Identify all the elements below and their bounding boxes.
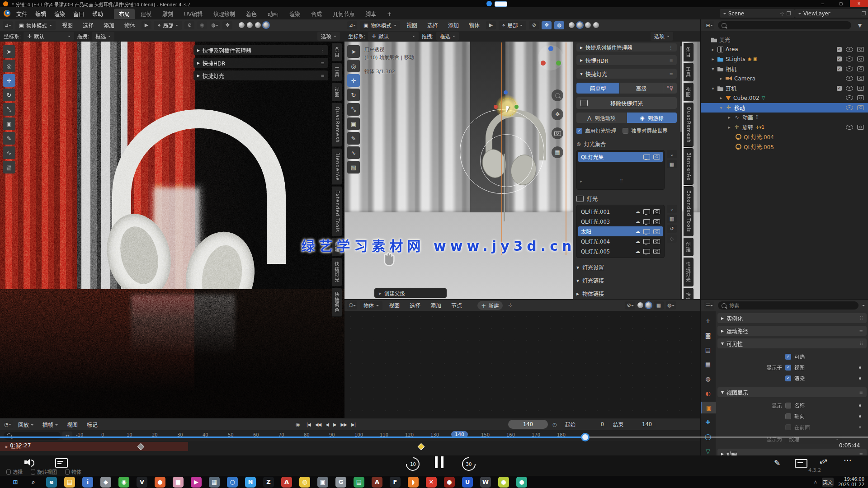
shading-solid-icon[interactable] <box>247 22 253 28</box>
pause-button[interactable] <box>435 456 445 468</box>
taskbar-app-icon[interactable]: ▦ <box>209 477 220 488</box>
workspace-tab[interactable]: 渲染 <box>284 9 305 19</box>
hide-viewport-icon[interactable] <box>846 76 853 81</box>
new-material-button[interactable]: ＋ 新建 <box>477 301 503 310</box>
render-toggle-icon[interactable] <box>653 155 660 160</box>
sidebar-tab[interactable]: 快捷灯光 <box>332 258 342 286</box>
light-data-icon[interactable]: ☁ <box>635 239 640 244</box>
hide-render-icon[interactable] <box>857 105 864 110</box>
menu-object[interactable]: 物体 <box>121 20 139 30</box>
object-name[interactable]: QL灯光.005 <box>744 143 774 150</box>
nav-x-axis[interactable] <box>541 61 546 66</box>
panel-quick-light[interactable]: ▾快捷灯光 ≡ <box>576 69 677 79</box>
taskbar-app-icon[interactable]: ● <box>444 477 455 488</box>
menu-view[interactable]: 视图 <box>385 300 403 310</box>
tab-advanced[interactable]: 高级 <box>620 83 663 94</box>
hide-viewport-icon[interactable] <box>846 125 853 130</box>
viewport-toggle-icon[interactable] <box>643 229 650 234</box>
menu-object[interactable]: 物体 <box>465 20 483 30</box>
pan-hand-button[interactable]: ✥ <box>552 108 563 120</box>
editor-type-icon[interactable]: ◔ <box>3 420 13 428</box>
danmaku-icon[interactable] <box>55 458 68 468</box>
render-toggle-icon[interactable] <box>653 219 660 224</box>
scene-selector[interactable]: Scene ⊹ ❐ <box>720 9 795 18</box>
properties-tab[interactable]: ✛ <box>701 315 715 327</box>
hide-viewport-icon[interactable] <box>846 47 853 52</box>
panel-quick-hdr[interactable]: ▸ 快捷HDR ≡ <box>193 58 328 68</box>
options-dropdown[interactable]: 选项 <box>317 32 340 41</box>
workspace-tab[interactable]: + <box>382 9 396 19</box>
show-renders-checkbox[interactable]: ✓ <box>785 375 791 381</box>
tool-button[interactable]: ✎ <box>347 132 360 145</box>
expand-icon[interactable]: ▾ <box>711 66 715 71</box>
more-icon[interactable]: ⋯ <box>844 455 851 465</box>
frame-end-field[interactable]: 结束140 <box>609 420 656 429</box>
interaction-icon[interactable]: ▶ <box>142 21 151 29</box>
node-canvas[interactable] <box>344 311 700 418</box>
proportional-icon[interactable]: ◉ <box>197 21 207 29</box>
current-frame-field[interactable]: 140 <box>508 420 548 429</box>
sidebar-tab[interactable]: 创建 <box>684 238 693 256</box>
sidebar-tab[interactable]: 条目 <box>684 43 693 61</box>
panel-motion-paths[interactable]: ▸运动路径≡ <box>717 326 867 336</box>
hide-viewport-icon[interactable] <box>846 86 853 91</box>
sidebar-tab[interactable]: BlenderAe <box>332 148 342 185</box>
panel-plugin-manager[interactable]: ▸快捷系列插件管理器 ⋮ <box>576 43 677 52</box>
menu-view[interactable]: 视图 <box>58 20 76 30</box>
menu-view[interactable]: 视图 <box>63 420 81 429</box>
taskbar-app-icon[interactable]: ▣ <box>317 477 328 488</box>
refresh-icon[interactable]: ↺ <box>667 225 677 233</box>
animate-dot-icon[interactable] <box>859 415 861 418</box>
minimize-button[interactable]: ─ <box>814 0 832 7</box>
gizmo-icon[interactable]: ✥ <box>222 21 232 29</box>
properties-tab[interactable]: ◍ <box>701 373 715 385</box>
properties-tab[interactable]: ▤ <box>701 344 715 356</box>
workspace-tab[interactable]: 纹理绘制 <box>208 9 240 19</box>
menu-add[interactable]: 添加 <box>444 20 462 30</box>
outliner-row[interactable]: QL灯光.005 <box>701 142 868 151</box>
material-preview-icon[interactable] <box>637 302 643 308</box>
viewport-toggle-icon[interactable] <box>643 209 650 214</box>
shading-solid-icon[interactable] <box>577 22 583 28</box>
gizmo-toggle-icon[interactable]: ✥ <box>542 21 552 29</box>
taskbar-app-icon[interactable]: ▤ <box>354 477 364 488</box>
taskbar-app-icon[interactable]: ▤ <box>64 477 75 488</box>
panel-viewport-display[interactable]: ▾视图显示≡ <box>717 387 867 397</box>
tool-button[interactable]: ◎ <box>347 60 360 72</box>
taskbar-app-icon[interactable]: ● <box>498 477 509 488</box>
tab-simple[interactable]: 简单型 <box>576 83 619 94</box>
dropdown-icon[interactable]: ⌄ <box>667 150 677 158</box>
blender-app-icon[interactable] <box>4 10 10 17</box>
render-toggle-icon[interactable] <box>653 229 660 234</box>
video-seekbar[interactable] <box>0 436 868 438</box>
coord-dropdown[interactable]: ✛ 默认 <box>368 32 419 41</box>
to-cursor-button[interactable]: ◉ 到游标 <box>627 113 677 123</box>
video-seek-handle[interactable] <box>581 433 590 441</box>
copy-icon[interactable]: ❐ <box>787 10 791 17</box>
coord-dropdown[interactable]: ✛ 默认 <box>24 32 74 41</box>
properties-tab[interactable]: ◙ <box>701 329 715 341</box>
outliner-row[interactable]: ▾ 相机 <box>701 64 868 74</box>
operator-toast[interactable]: ▸ 创建父级 <box>374 288 447 298</box>
tool-button[interactable]: ✎ <box>3 132 15 145</box>
tool-button[interactable]: ⤡ <box>347 103 360 116</box>
collection-item[interactable]: QL灯光集 <box>578 152 663 162</box>
animate-dot-icon[interactable] <box>859 366 861 369</box>
menu-select[interactable]: 选择 <box>406 300 424 310</box>
viewport-toggle-icon[interactable] <box>643 239 650 244</box>
panel-instancing[interactable]: ▸实例化⠿ <box>717 313 867 323</box>
menu-add[interactable]: 添加 <box>427 300 445 310</box>
editor-type-icon[interactable]: ⬡ <box>347 301 357 310</box>
menu-select[interactable]: 选择 <box>424 20 442 30</box>
transport-button[interactable]: ▶ <box>331 422 338 427</box>
tool-button[interactable]: ⤡ <box>3 103 15 116</box>
light-data-icon[interactable]: ☁ <box>635 229 640 235</box>
selectable-checkbox[interactable]: ✓ <box>785 354 791 360</box>
timeline-ruler[interactable]: -100102030405060708090100110120130140150… <box>0 430 700 441</box>
sidebar-tab[interactable]: 条目 <box>332 43 342 61</box>
expand-icon[interactable]: ▸ <box>719 76 723 81</box>
collection-list[interactable]: QL灯光集 ▸⠿ <box>576 150 665 190</box>
tray-clock[interactable]: 19:46:00 2025-01-22 <box>838 477 864 488</box>
object-name[interactable]: SLights <box>726 56 745 62</box>
filter-icon[interactable]: ▼ <box>855 21 865 29</box>
